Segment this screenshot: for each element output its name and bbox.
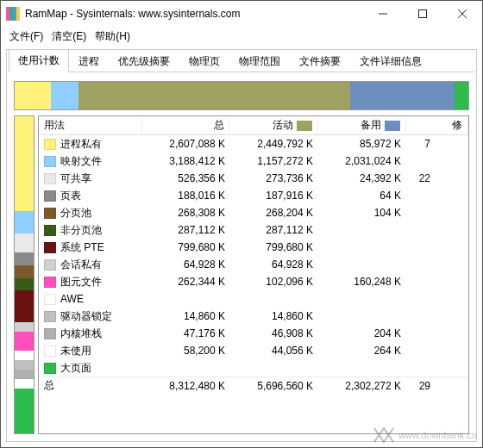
tab-process[interactable]: 进程 bbox=[69, 50, 109, 72]
stack-segment bbox=[15, 233, 34, 252]
window-controls bbox=[363, 1, 482, 27]
cell-value: 64 K bbox=[318, 190, 406, 202]
cell-value: 104 K bbox=[318, 207, 406, 219]
table-row[interactable]: 未使用58,200 K44,056 K264 K bbox=[39, 342, 468, 359]
side-stacked-bar bbox=[14, 115, 34, 434]
row-label: 内核堆栈 bbox=[60, 327, 102, 341]
row-label: 可共享 bbox=[60, 171, 91, 186]
cell-value: 526,356 K bbox=[142, 172, 230, 184]
tab-strip: 使用计数进程优先级摘要物理页物理范围文件摘要文件详细信息 bbox=[9, 52, 474, 72]
menu-bar: 文件(F) 清空(E) 帮助(H) bbox=[1, 27, 482, 46]
tab-use-count[interactable]: 使用计数 bbox=[9, 49, 69, 72]
row-swatch bbox=[44, 242, 56, 253]
cell-value: 268,204 K bbox=[230, 207, 318, 219]
cell-value: 22 bbox=[406, 172, 436, 184]
stack-segment bbox=[15, 379, 34, 389]
stack-segment bbox=[15, 116, 34, 211]
row-label: 非分页池 bbox=[60, 223, 102, 238]
row-swatch bbox=[44, 190, 56, 202]
cell-value: 1,157,272 K bbox=[230, 155, 318, 167]
cell-value: 799,680 K bbox=[142, 241, 230, 253]
cell-value: 187,916 K bbox=[230, 190, 318, 202]
tab-phys-range[interactable]: 物理范围 bbox=[229, 50, 290, 72]
cell-value: 44,056 K bbox=[230, 345, 318, 357]
tab-file-summary[interactable]: 文件摘要 bbox=[290, 50, 350, 72]
close-button[interactable] bbox=[442, 1, 482, 27]
stack-segment bbox=[15, 252, 34, 265]
stack-segment bbox=[15, 332, 34, 351]
table-row[interactable]: AWE bbox=[39, 290, 468, 308]
cell-value: 29 bbox=[406, 380, 436, 392]
col-total[interactable]: 总 bbox=[142, 116, 230, 134]
table-row[interactable]: 会话私有64,928 K64,928 K bbox=[39, 256, 468, 273]
table-row[interactable]: 映射文件3,188,412 K1,157,272 K2,031,024 K bbox=[39, 152, 468, 170]
cell-value: 204 K bbox=[318, 327, 406, 339]
cell-value: 85,972 K bbox=[318, 138, 406, 150]
cell-value: 2,449,792 K bbox=[230, 138, 318, 150]
table-row[interactable]: 非分页池287,112 K287,112 K bbox=[39, 221, 468, 239]
row-label: 驱动器锁定 bbox=[60, 309, 112, 324]
menu-help[interactable]: 帮助(H) bbox=[91, 28, 134, 46]
table-row[interactable]: 图元文件262,344 K102,096 K160,248 K bbox=[39, 273, 468, 290]
cell-value: 287,112 K bbox=[142, 224, 230, 236]
stack-segment bbox=[350, 82, 455, 109]
cell-value: 24,392 K bbox=[318, 172, 406, 184]
stack-segment bbox=[15, 370, 34, 379]
stack-segment bbox=[15, 265, 34, 278]
tab-panel-use-count: 用法 总 活动 备用 修 进程私有2,607,088 K2,449,792 K8… bbox=[9, 74, 474, 439]
cell-value: 5,696,560 K bbox=[230, 380, 318, 392]
cell-value: 46,908 K bbox=[230, 327, 318, 339]
row-swatch bbox=[44, 156, 56, 167]
table-row[interactable]: 系统 PTE799,680 K799,680 K bbox=[39, 239, 468, 256]
maximize-button[interactable] bbox=[403, 1, 442, 27]
tab-phys-page[interactable]: 物理页 bbox=[179, 50, 229, 72]
tab-file-detail[interactable]: 文件详细信息 bbox=[350, 50, 431, 72]
cell-value: 268,308 K bbox=[142, 207, 230, 219]
row-label: 会话私有 bbox=[60, 258, 102, 272]
menu-file[interactable]: 文件(F) bbox=[6, 28, 47, 46]
cell-value: 262,344 K bbox=[142, 276, 230, 288]
row-label: 系统 PTE bbox=[60, 240, 104, 255]
minimize-button[interactable] bbox=[363, 1, 403, 27]
client-area: 使用计数进程优先级摘要物理页物理范围文件摘要文件详细信息 用法 总 活动 备用 … bbox=[6, 49, 477, 442]
cell-value: 8,312,480 K bbox=[142, 380, 230, 392]
col-standby[interactable]: 备用 bbox=[318, 116, 406, 134]
table-row[interactable]: 内核堆栈47,176 K46,908 K204 K bbox=[39, 325, 468, 342]
grid-body[interactable]: 进程私有2,607,088 K2,449,792 K85,972 K7映射文件3… bbox=[39, 135, 468, 433]
row-swatch bbox=[44, 345, 56, 357]
col-active-swatch bbox=[297, 121, 312, 131]
cell-value: 287,112 K bbox=[230, 224, 318, 236]
stack-segment bbox=[15, 82, 51, 109]
cell-value: 2,031,024 K bbox=[318, 155, 406, 167]
table-row[interactable]: 大页面 bbox=[39, 359, 468, 376]
row-label: 页表 bbox=[60, 189, 81, 203]
row-swatch bbox=[44, 259, 56, 271]
col-active[interactable]: 活动 bbox=[230, 116, 318, 134]
total-row[interactable]: 总8,312,480 K5,696,560 K2,302,272 K29 bbox=[39, 376, 468, 394]
col-standby-swatch bbox=[385, 121, 400, 131]
window-title: RamMap - Sysinternals: www.sysinternals.… bbox=[25, 8, 363, 20]
stack-segment bbox=[15, 278, 34, 291]
col-usage[interactable]: 用法 bbox=[39, 116, 142, 134]
col-modified[interactable]: 修 bbox=[406, 116, 468, 134]
cell-value: 102,096 K bbox=[230, 276, 318, 288]
menu-empty[interactable]: 清空(E) bbox=[48, 28, 90, 46]
stack-segment bbox=[15, 351, 34, 360]
table-row[interactable]: 分页池268,308 K268,204 K104 K bbox=[39, 204, 468, 221]
usage-grid: 用法 总 活动 备用 修 进程私有2,607,088 K2,449,792 K8… bbox=[38, 115, 469, 434]
tab-priority[interactable]: 优先级摘要 bbox=[109, 50, 179, 72]
table-row[interactable]: 可共享526,356 K273,736 K24,392 K22 bbox=[39, 170, 468, 187]
row-label: 分页池 bbox=[60, 206, 91, 221]
row-label: 大页面 bbox=[60, 361, 91, 376]
table-row[interactable]: 进程私有2,607,088 K2,449,792 K85,972 K7 bbox=[39, 135, 468, 152]
row-swatch bbox=[44, 294, 56, 305]
cell-value: 58,200 K bbox=[142, 345, 230, 357]
row-label: 总 bbox=[44, 378, 54, 393]
row-label: 图元文件 bbox=[60, 275, 102, 289]
table-row[interactable]: 驱动器锁定14,860 K14,860 K bbox=[39, 308, 468, 325]
cell-value: 14,860 K bbox=[142, 310, 230, 322]
cell-value: 3,188,412 K bbox=[142, 155, 230, 167]
cell-value: 799,680 K bbox=[230, 241, 318, 253]
table-row[interactable]: 页表188,016 K187,916 K64 K bbox=[39, 187, 468, 204]
row-swatch bbox=[44, 363, 56, 374]
